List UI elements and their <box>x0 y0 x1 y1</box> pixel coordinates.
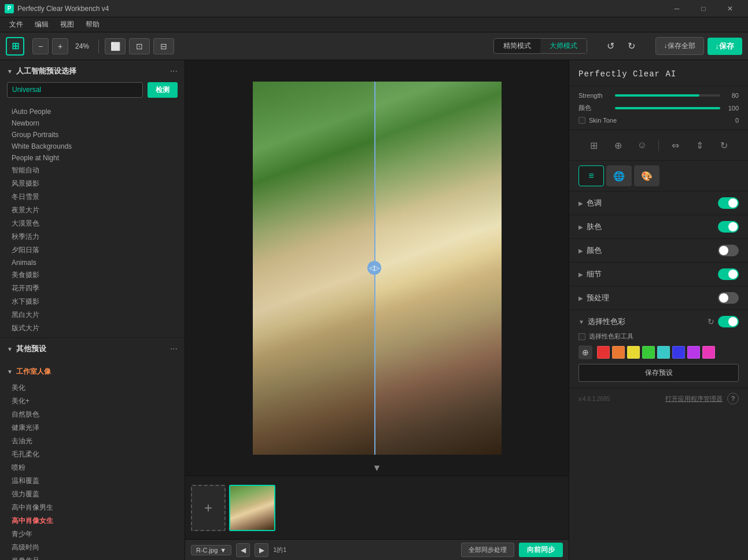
file-dropdown-icon[interactable]: ▼ <box>220 547 226 554</box>
preset-item-auto[interactable]: 智能自动 <box>0 164 185 177</box>
sub-group-header[interactable]: ▼ 工作室人像 <box>0 362 185 381</box>
adj-tab-sliders[interactable]: ≡ <box>578 165 604 186</box>
sub-item-strong[interactable]: 强力覆盖 <box>0 488 185 501</box>
menu-file[interactable]: 文件 <box>3 19 29 31</box>
menu-view[interactable]: 视图 <box>54 19 80 31</box>
film-thumbnail-1[interactable] <box>229 485 275 531</box>
tone-toggle[interactable] <box>718 197 739 209</box>
view-crop-button[interactable]: ⊡ <box>129 38 150 54</box>
adj-tab-palette[interactable]: 🎨 <box>634 165 659 186</box>
crop-tool-icon[interactable]: ⊕ <box>610 137 626 153</box>
swatch-orange[interactable] <box>612 346 625 359</box>
skin-row[interactable]: ▶ 肤色 <box>578 215 739 238</box>
batch-process-button[interactable]: 全部同步处理 <box>461 543 514 557</box>
preset-item-group[interactable]: Group Portraits <box>0 129 185 141</box>
preset-item-landscape[interactable]: 风景摄影 <box>0 177 185 190</box>
preset-item-winter[interactable]: 冬日雪景 <box>0 190 185 204</box>
sub-item-portrait[interactable]: 肖像作品 <box>0 554 185 560</box>
tone-row[interactable]: ▶ 色调 <box>578 191 739 215</box>
color-track[interactable] <box>615 107 720 109</box>
preset-item-newborn[interactable]: Newborn <box>0 117 185 129</box>
preset-item-iauto[interactable]: iAuto People <box>0 106 185 117</box>
redo-button[interactable]: ↻ <box>623 38 640 55</box>
sub-item-soft[interactable]: 温和覆盖 <box>0 474 185 488</box>
swatch-purple[interactable] <box>687 346 700 359</box>
preset-item-bw[interactable]: 黑白大片 <box>0 308 185 322</box>
sub-item-teen[interactable]: 青少年 <box>0 528 185 541</box>
cs-expand-icon[interactable]: ▼ <box>578 319 584 325</box>
grid-tool-icon[interactable]: ⊞ <box>585 137 602 153</box>
sub-item-powder[interactable]: 喷粉 <box>0 461 185 474</box>
preset-item-nightscene[interactable]: 夜景大片 <box>0 204 185 217</box>
preset-item-white[interactable]: White Backgrounds <box>0 141 185 152</box>
face-tool-icon[interactable]: ☺ <box>634 137 650 153</box>
maximize-button[interactable]: □ <box>690 0 717 17</box>
help-button[interactable]: ? <box>727 393 739 404</box>
more-icon-1[interactable]: ··· <box>170 66 178 76</box>
save-preset-button[interactable]: 保存预设 <box>578 364 739 382</box>
menu-help[interactable]: 帮助 <box>80 19 105 31</box>
split-handle[interactable]: ◁▷ <box>367 261 381 275</box>
flip-h-icon[interactable]: ⇔ <box>667 137 683 153</box>
preset-item-night[interactable]: People at Night <box>0 152 185 164</box>
mode-simple-button[interactable]: 精简模式 <box>494 39 540 53</box>
swatch-yellow[interactable] <box>627 346 640 359</box>
save-all-button[interactable]: ↓保存全部 <box>655 37 704 55</box>
swatch-blue[interactable] <box>672 346 685 359</box>
skin-toggle[interactable] <box>718 221 739 233</box>
swatch-red[interactable] <box>597 346 610 359</box>
menu-edit[interactable]: 编辑 <box>29 19 54 31</box>
preprocess-row[interactable]: ▶ 预处理 <box>578 286 739 310</box>
sub-item-hs-female[interactable]: 高中肖像女生 <box>0 514 185 528</box>
close-button[interactable]: ✕ <box>717 0 743 17</box>
cs-checkbox[interactable] <box>578 333 585 340</box>
forward-sync-button[interactable]: 向前同步 <box>519 543 563 557</box>
mode-master-button[interactable]: 大师模式 <box>540 39 587 53</box>
sub-item-pore[interactable]: 毛孔柔化 <box>0 448 185 461</box>
sub-item-beauty[interactable]: 美化 <box>0 381 185 395</box>
zoom-in-button[interactable]: + <box>52 38 68 54</box>
canvas-container[interactable]: ◁▷ ▼ <box>185 60 569 476</box>
cs-refresh-icon[interactable]: ↻ <box>708 317 714 326</box>
preset-item-sunset[interactable]: 夕阳日落 <box>0 244 185 257</box>
preset-item-underwater[interactable]: 水下摄影 <box>0 295 185 308</box>
preset-item-flowers[interactable]: 花开四季 <box>0 282 185 295</box>
sub-item-hs-male[interactable]: 高中肖像男生 <box>0 501 185 514</box>
more-icon-2[interactable]: ··· <box>170 344 178 354</box>
swatch-pink[interactable] <box>702 346 715 359</box>
strength-track[interactable] <box>615 94 720 97</box>
undo-button[interactable]: ↺ <box>602 38 620 55</box>
flip-v-icon[interactable]: ⇕ <box>691 137 708 153</box>
swatch-cyan[interactable] <box>657 346 670 359</box>
preset-item-autumn[interactable]: 秋季活力 <box>0 230 185 244</box>
sub-item-fashion[interactable]: 高级时尚 <box>0 541 185 554</box>
detail-row[interactable]: ▶ 细节 <box>578 263 739 286</box>
sub-item-mattify[interactable]: 去油光 <box>0 434 185 448</box>
other-preset-header[interactable]: ▼ 其他预设 ··· <box>0 338 185 360</box>
swatch-green[interactable] <box>642 346 655 359</box>
detail-toggle[interactable] <box>718 268 739 280</box>
detect-button[interactable]: 检测 <box>148 82 178 98</box>
minimize-button[interactable]: ─ <box>664 0 690 17</box>
preset-item-desert[interactable]: 大漠景色 <box>0 217 185 230</box>
preset-select[interactable]: Universal <box>7 82 143 98</box>
next-button[interactable]: ▶ <box>255 543 268 557</box>
prev-button[interactable]: ◀ <box>236 543 250 557</box>
open-manager-button[interactable]: 打开应用程序管理器 <box>665 395 723 403</box>
preset-item-food[interactable]: 美食摄影 <box>0 268 185 282</box>
save-button[interactable]: ↓保存 <box>708 38 743 55</box>
cs-toggle[interactable] <box>718 316 739 327</box>
eyedropper-button[interactable]: ⊕ <box>578 345 592 359</box>
rotate-icon[interactable]: ↻ <box>716 137 732 153</box>
preset-item-animals[interactable]: Animals <box>0 257 185 268</box>
sub-item-natural[interactable]: 自然肤色 <box>0 408 185 421</box>
ai-preset-header[interactable]: ▼ 人工智能预设选择 ··· <box>0 60 185 82</box>
skin-tone-checkbox[interactable] <box>578 117 585 124</box>
view-compare-button[interactable]: ⊟ <box>153 38 174 54</box>
preset-item-edition[interactable]: 版式大片 <box>0 322 185 335</box>
sub-item-beauty-plus[interactable]: 美化+ <box>0 395 185 408</box>
adj-tab-globe[interactable]: 🌐 <box>606 165 632 186</box>
color2-toggle[interactable] <box>718 245 739 256</box>
preprocess-toggle[interactable] <box>718 292 739 304</box>
zoom-out-button[interactable]: − <box>32 38 49 54</box>
